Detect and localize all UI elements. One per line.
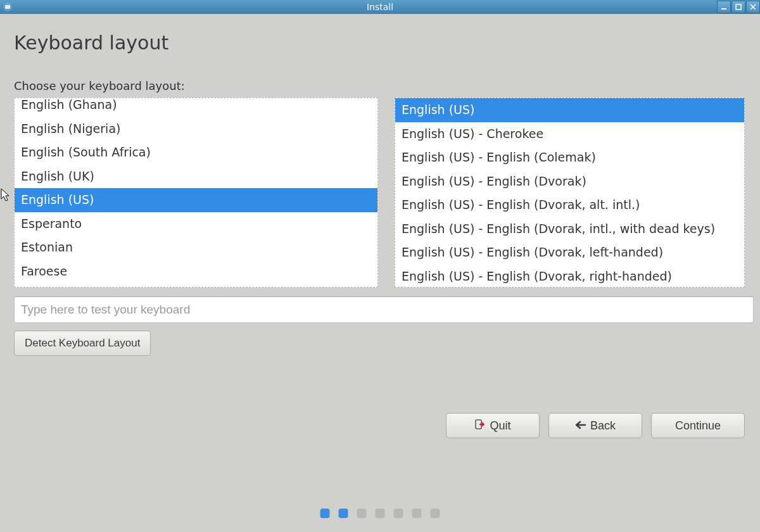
continue-button[interactable]: Continue bbox=[651, 413, 745, 438]
maximize-button[interactable] bbox=[732, 1, 745, 13]
progress-dot bbox=[357, 509, 367, 518]
titlebar: Install bbox=[0, 0, 760, 14]
list-item[interactable]: Faroese bbox=[15, 260, 377, 284]
installer-icon bbox=[3, 2, 13, 12]
close-button[interactable] bbox=[746, 1, 760, 13]
list-item[interactable]: English (UK) bbox=[15, 165, 377, 189]
progress-dot bbox=[394, 509, 403, 518]
svg-rect-2 bbox=[721, 8, 726, 10]
list-item[interactable]: English (US) - English (Dvorak) bbox=[395, 170, 744, 194]
back-arrow-icon bbox=[575, 419, 586, 433]
prompt-label: Choose your keyboard layout: bbox=[14, 79, 745, 92]
progress-dot bbox=[339, 509, 348, 518]
continue-label: Continue bbox=[675, 419, 721, 433]
variant-list[interactable]: English (US)English (US) - CherokeeEngli… bbox=[395, 98, 745, 288]
list-item[interactable]: English (US) bbox=[15, 188, 377, 212]
window-title: Install bbox=[367, 2, 393, 12]
progress-dot bbox=[412, 509, 422, 518]
quit-button[interactable]: Quit bbox=[446, 413, 540, 438]
svg-rect-1 bbox=[5, 5, 10, 9]
list-item[interactable]: English (US) - English (Dvorak, right-ha… bbox=[395, 265, 744, 288]
list-item[interactable]: English (South Africa) bbox=[15, 141, 377, 165]
detect-layout-button[interactable]: Detect Keyboard Layout bbox=[14, 331, 151, 356]
list-item[interactable]: English (Nigeria) bbox=[15, 117, 377, 141]
list-item[interactable]: English (US) - English (Colemak) bbox=[395, 146, 744, 170]
keyboard-test-input[interactable] bbox=[14, 296, 754, 323]
quit-label: Quit bbox=[490, 419, 510, 433]
list-item[interactable]: English (US) - Cherokee bbox=[395, 122, 744, 146]
list-item[interactable]: English (US) bbox=[395, 98, 744, 122]
list-item[interactable]: English (US) - English (Dvorak, intl., w… bbox=[395, 217, 744, 241]
quit-icon bbox=[474, 419, 486, 433]
progress-indicator bbox=[320, 509, 440, 518]
back-label: Back bbox=[590, 419, 616, 433]
page-title: Keyboard layout bbox=[14, 32, 745, 54]
progress-dot bbox=[431, 509, 440, 518]
list-item[interactable]: Esperanto bbox=[15, 212, 377, 236]
minimize-button[interactable] bbox=[717, 1, 731, 13]
svg-rect-3 bbox=[736, 4, 741, 10]
progress-dot bbox=[320, 509, 330, 518]
list-item[interactable]: Estonian bbox=[15, 236, 377, 260]
back-button[interactable]: Back bbox=[548, 413, 642, 438]
progress-dot bbox=[376, 509, 385, 518]
list-item[interactable]: English (US) - English (Dvorak, alt. int… bbox=[395, 193, 744, 217]
list-item[interactable]: English (Ghana) bbox=[15, 98, 377, 117]
titlebar-left bbox=[3, 2, 13, 12]
list-item[interactable]: English (US) - English (Dvorak, left-han… bbox=[395, 241, 744, 265]
list-item[interactable]: Filipino bbox=[15, 283, 377, 288]
language-list[interactable]: English (Ghana)English (Nigeria)English … bbox=[14, 98, 378, 288]
